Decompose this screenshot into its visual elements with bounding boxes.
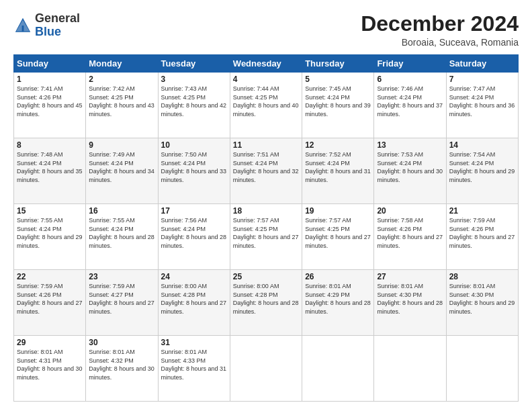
day-number: 20	[377, 206, 443, 216]
calendar-cell: 12 Sunrise: 7:52 AM Sunset: 4:24 PM Dayl…	[302, 138, 374, 204]
calendar-cell: 1 Sunrise: 7:41 AM Sunset: 4:26 PM Dayli…	[14, 73, 86, 138]
sunrise-label: Sunrise: 8:01 AM	[89, 349, 135, 355]
day-number: 26	[305, 272, 371, 281]
day-number: 19	[305, 206, 371, 216]
sunrise-label: Sunrise: 7:58 AM	[377, 217, 423, 224]
day-info: Sunrise: 7:57 AM Sunset: 4:25 PM Dayligh…	[233, 216, 299, 250]
calendar-cell: 28 Sunrise: 8:01 AM Sunset: 4:30 PM Dayl…	[446, 270, 518, 336]
sunrise-label: Sunrise: 7:49 AM	[89, 151, 135, 158]
month-title: December 2024	[361, 12, 519, 36]
sunset-label: Sunset: 4:30 PM	[377, 291, 422, 298]
day-info: Sunrise: 7:55 AM Sunset: 4:24 PM Dayligh…	[17, 216, 83, 250]
daylight-label: Daylight: 8 hours and 28 minutes.	[233, 300, 299, 315]
sunrise-label: Sunrise: 8:01 AM	[305, 283, 351, 289]
calendar-cell	[374, 336, 446, 402]
sunset-label: Sunset: 4:28 PM	[233, 291, 278, 298]
day-info: Sunrise: 7:42 AM Sunset: 4:25 PM Dayligh…	[89, 85, 154, 118]
daylight-label: Daylight: 8 hours and 40 minutes.	[233, 102, 299, 118]
sunrise-label: Sunrise: 8:00 AM	[233, 283, 279, 289]
daylight-label: Daylight: 8 hours and 45 minutes.	[17, 102, 83, 118]
day-info: Sunrise: 7:49 AM Sunset: 4:24 PM Dayligh…	[89, 150, 154, 184]
day-number: 9	[89, 140, 154, 150]
calendar-cell: 27 Sunrise: 8:01 AM Sunset: 4:30 PM Dayl…	[374, 270, 446, 336]
day-number: 7	[449, 75, 515, 84]
sunset-label: Sunset: 4:24 PM	[449, 94, 494, 101]
sunrise-label: Sunrise: 8:00 AM	[161, 283, 208, 289]
sunset-label: Sunset: 4:25 PM	[161, 94, 206, 101]
title-section: December 2024 Boroaia, Suceava, Romania	[361, 12, 519, 48]
sunset-label: Sunset: 4:26 PM	[377, 226, 422, 232]
day-number: 27	[377, 272, 443, 281]
day-info: Sunrise: 7:57 AM Sunset: 4:25 PM Dayligh…	[305, 216, 371, 250]
calendar-cell: 10 Sunrise: 7:50 AM Sunset: 4:24 PM Dayl…	[158, 138, 230, 204]
daylight-label: Daylight: 8 hours and 29 minutes.	[449, 300, 515, 315]
sunrise-label: Sunrise: 7:41 AM	[17, 85, 63, 92]
sunset-label: Sunset: 4:24 PM	[449, 160, 494, 167]
calendar-weekday-thursday: Thursday	[302, 55, 374, 73]
location: Boroaia, Suceava, Romania	[361, 37, 519, 48]
sunset-label: Sunset: 4:24 PM	[17, 226, 62, 232]
sunset-label: Sunset: 4:25 PM	[233, 94, 278, 101]
day-info: Sunrise: 7:46 AM Sunset: 4:24 PM Dayligh…	[377, 85, 443, 118]
day-number: 1	[17, 75, 83, 84]
day-info: Sunrise: 7:53 AM Sunset: 4:24 PM Dayligh…	[377, 150, 443, 184]
calendar-cell: 31 Sunrise: 8:01 AM Sunset: 4:33 PM Dayl…	[158, 336, 230, 402]
day-info: Sunrise: 7:44 AM Sunset: 4:25 PM Dayligh…	[233, 85, 299, 118]
sunset-label: Sunset: 4:30 PM	[449, 291, 494, 298]
sunset-label: Sunset: 4:27 PM	[89, 291, 134, 298]
daylight-label: Daylight: 8 hours and 27 minutes.	[89, 300, 154, 315]
day-number: 15	[17, 206, 83, 216]
day-info: Sunrise: 8:01 AM Sunset: 4:30 PM Dayligh…	[449, 282, 515, 316]
daylight-label: Daylight: 8 hours and 27 minutes.	[233, 234, 299, 249]
calendar-cell: 13 Sunrise: 7:53 AM Sunset: 4:24 PM Dayl…	[374, 138, 446, 204]
sunset-label: Sunset: 4:24 PM	[161, 226, 206, 232]
daylight-label: Daylight: 8 hours and 33 minutes.	[161, 168, 227, 183]
day-number: 16	[89, 206, 154, 216]
day-info: Sunrise: 7:50 AM Sunset: 4:24 PM Dayligh…	[161, 150, 227, 184]
sunset-label: Sunset: 4:32 PM	[89, 357, 134, 364]
day-info: Sunrise: 8:01 AM Sunset: 4:31 PM Dayligh…	[17, 348, 83, 381]
page: General Blue December 2024 Boroaia, Suce…	[0, 0, 532, 411]
sunset-label: Sunset: 4:29 PM	[305, 291, 350, 298]
day-number: 24	[161, 272, 227, 281]
calendar-weekday-sunday: Sunday	[14, 55, 86, 73]
sunrise-label: Sunrise: 7:42 AM	[89, 85, 135, 92]
sunset-label: Sunset: 4:25 PM	[233, 226, 278, 232]
day-info: Sunrise: 7:59 AM Sunset: 4:27 PM Dayligh…	[89, 282, 154, 316]
day-number: 17	[161, 206, 227, 216]
sunset-label: Sunset: 4:24 PM	[305, 160, 350, 167]
sunrise-label: Sunrise: 7:47 AM	[449, 85, 496, 92]
logo-icon	[13, 16, 32, 35]
calendar-cell: 15 Sunrise: 7:55 AM Sunset: 4:24 PM Dayl…	[14, 204, 86, 270]
sunrise-label: Sunrise: 8:01 AM	[449, 283, 496, 289]
calendar-weekday-friday: Friday	[374, 55, 446, 73]
day-info: Sunrise: 7:51 AM Sunset: 4:24 PM Dayligh…	[233, 150, 299, 184]
day-number: 5	[305, 75, 371, 84]
sunset-label: Sunset: 4:25 PM	[305, 226, 350, 232]
day-number: 14	[449, 140, 515, 150]
day-info: Sunrise: 7:48 AM Sunset: 4:24 PM Dayligh…	[17, 150, 83, 184]
daylight-label: Daylight: 8 hours and 28 minutes.	[377, 300, 443, 315]
sunset-label: Sunset: 4:24 PM	[305, 94, 350, 101]
calendar-cell: 8 Sunrise: 7:48 AM Sunset: 4:24 PM Dayli…	[14, 138, 86, 204]
calendar-cell: 24 Sunrise: 8:00 AM Sunset: 4:28 PM Dayl…	[158, 270, 230, 336]
calendar-header-row: SundayMondayTuesdayWednesdayThursdayFrid…	[14, 55, 519, 73]
day-info: Sunrise: 8:01 AM Sunset: 4:32 PM Dayligh…	[89, 348, 154, 381]
daylight-label: Daylight: 8 hours and 29 minutes.	[17, 234, 83, 249]
calendar-cell: 16 Sunrise: 7:55 AM Sunset: 4:24 PM Dayl…	[86, 204, 158, 270]
sunset-label: Sunset: 4:24 PM	[161, 160, 206, 167]
day-number: 8	[17, 140, 83, 150]
sunrise-label: Sunrise: 7:56 AM	[161, 217, 208, 224]
sunset-label: Sunset: 4:25 PM	[89, 94, 134, 101]
calendar-cell: 14 Sunrise: 7:54 AM Sunset: 4:24 PM Dayl…	[446, 138, 518, 204]
sunrise-label: Sunrise: 7:59 AM	[17, 283, 63, 289]
daylight-label: Daylight: 8 hours and 27 minutes.	[305, 234, 371, 249]
calendar-cell: 29 Sunrise: 8:01 AM Sunset: 4:31 PM Dayl…	[14, 336, 86, 402]
calendar-week-row: 15 Sunrise: 7:55 AM Sunset: 4:24 PM Dayl…	[14, 204, 519, 270]
calendar-weekday-monday: Monday	[86, 55, 158, 73]
daylight-label: Daylight: 8 hours and 31 minutes.	[305, 168, 371, 183]
sunset-label: Sunset: 4:24 PM	[17, 160, 62, 167]
daylight-label: Daylight: 8 hours and 43 minutes.	[89, 102, 154, 118]
calendar-cell	[230, 336, 302, 402]
sunset-label: Sunset: 4:24 PM	[89, 226, 134, 232]
